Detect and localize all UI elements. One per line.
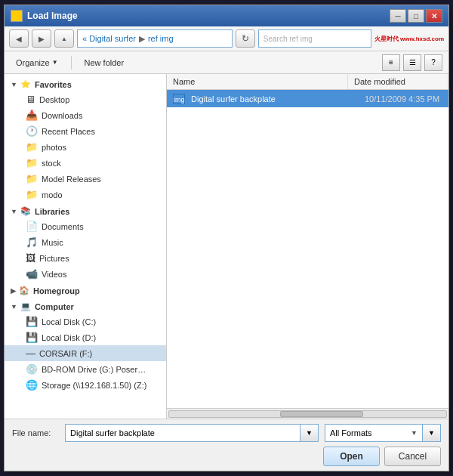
format-label: All Formats (330, 428, 372, 437)
toolbar-separator (71, 56, 72, 70)
libraries-label: Libraries (35, 207, 69, 216)
format-dropdown-button[interactable]: ▼ (423, 424, 441, 442)
recent-icon: 🕐 (26, 125, 38, 137)
format-control: All Formats ▼ ▼ (325, 424, 441, 442)
left-panel: ▼ ⭐ Favorites 🖥 Desktop 📥 Downloads 🕐 Re… (5, 74, 167, 419)
back-button[interactable]: ◀ (9, 29, 29, 48)
bottom-bar: File name: ▼ All Formats ▼ ▼ Open Cancel (5, 419, 448, 471)
sidebar-item-d-drive[interactable]: 💾 Local Disk (D:) (5, 329, 166, 345)
favorites-chevron: ▼ (11, 81, 17, 88)
cancel-button[interactable]: Cancel (384, 447, 441, 466)
new-folder-button[interactable]: New folder (79, 56, 130, 70)
horizontal-scrollbar[interactable] (167, 408, 448, 419)
address-path[interactable]: « Digital surfer ▶ ref img (77, 29, 233, 48)
homegroup-section: ▶ 🏠 Homegroup (5, 283, 166, 298)
sidebar-item-modo[interactable]: 📁 modo (5, 187, 166, 202)
search-placeholder: Search ref img (263, 35, 313, 43)
videos-icon: 📹 (26, 268, 38, 280)
favorites-label: Favorites (35, 80, 72, 89)
downloads-label: Downloads (42, 111, 82, 120)
sidebar-item-desktop[interactable]: 🖥 Desktop (5, 91, 166, 107)
computer-header[interactable]: ▼ 💻 Computer (5, 299, 166, 314)
computer-section: ▼ 💻 Computer 💾 Local Disk (C:) 💾 Local D… (5, 299, 166, 393)
new-folder-label: New folder (85, 58, 125, 67)
computer-chevron: ▼ (11, 303, 17, 311)
desktop-icon: 🖥 (26, 94, 35, 105)
filename-label: File name: (12, 428, 65, 437)
sidebar-item-documents[interactable]: 📄 Documents (5, 218, 166, 234)
sidebar-item-pictures[interactable]: 🖼 Pictures (5, 250, 166, 266)
sidebar-item-music[interactable]: 🎵 Music (5, 234, 166, 250)
sidebar-item-storage[interactable]: 🌐 Storage (\\192.168.1.50) (Z:) (5, 377, 166, 393)
filename-dropdown-button[interactable]: ▼ (300, 424, 319, 442)
libraries-chevron: ▼ (11, 208, 17, 215)
sidebar-item-corsair[interactable]: — CORSAIR (F:) (5, 345, 166, 361)
sidebar-item-model-releases[interactable]: 📁 Model Releases (5, 171, 166, 187)
c-drive-label: Local Disk (C:) (42, 317, 96, 326)
action-row: Open Cancel (12, 447, 441, 466)
stock-icon: 📁 (26, 157, 38, 168)
homegroup-icon: 🏠 (19, 286, 29, 295)
downloads-icon: 📥 (26, 110, 38, 121)
toolbar: Organize ▼ New folder ≡ ☰ ? (5, 51, 448, 74)
right-panel: Name Date modified img Digital surfer ba… (167, 74, 448, 419)
bdrom-icon: 💿 (26, 363, 38, 375)
refresh-button[interactable]: ↻ (236, 29, 255, 48)
libraries-section: ▼ 📚 Libraries 📄 Documents 🎵 Music 🖼 Pict… (5, 204, 166, 282)
videos-label: Videos (42, 270, 66, 279)
modo-label: modo (42, 190, 63, 199)
d-drive-icon: 💾 (26, 332, 38, 343)
recent-label: Recent Places (42, 127, 95, 136)
path-child: ref img (148, 34, 174, 43)
file-date: 10/11/2009 4:35 PM (365, 94, 442, 104)
music-label: Music (42, 238, 63, 247)
sidebar-item-bdrom[interactable]: 💿 BD-ROM Drive (G:) Poser Pro (5, 361, 166, 377)
search-box[interactable]: Search ref img (258, 29, 371, 48)
close-button[interactable]: ✕ (426, 9, 442, 23)
sidebar-item-videos[interactable]: 📹 Videos (5, 266, 166, 282)
maximize-button[interactable]: □ (408, 9, 424, 23)
filename-input[interactable] (65, 424, 300, 442)
computer-icon: 💻 (20, 301, 31, 311)
format-arrow: ▼ (411, 429, 418, 437)
corsair-label: CORSAIR (F:) (39, 349, 92, 358)
file-name: Digital surfer backplate (191, 94, 365, 104)
storage-icon: 🌐 (26, 379, 38, 391)
forward-button[interactable]: ▶ (32, 29, 51, 48)
homegroup-header[interactable]: ▶ 🏠 Homegroup (5, 283, 166, 298)
file-list-body: img Digital surfer backplate 10/11/2009 … (167, 90, 448, 408)
homegroup-chevron: ▶ (11, 287, 16, 295)
favorites-section: ▼ ⭐ Favorites 🖥 Desktop 📥 Downloads 🕐 Re… (5, 77, 166, 202)
format-dropdown[interactable]: All Formats ▼ (325, 424, 423, 442)
dialog-icon (11, 10, 23, 22)
sidebar-item-downloads[interactable]: 📥 Downloads (5, 107, 166, 123)
view-detail-button[interactable]: ☰ (403, 54, 421, 71)
corsair-icon: — (26, 348, 35, 359)
sidebar-item-recent[interactable]: 🕐 Recent Places (5, 123, 166, 139)
watermark: 火星时代 www.hxsd.com (374, 35, 444, 43)
column-header-name[interactable]: Name (167, 74, 348, 89)
libraries-icon: 📚 (20, 206, 31, 216)
open-button[interactable]: Open (323, 447, 380, 466)
model-releases-label: Model Releases (42, 175, 101, 184)
up-button[interactable]: ▲ (54, 29, 74, 48)
sidebar-item-photos[interactable]: 📁 photos (5, 139, 166, 155)
minimize-button[interactable]: ─ (390, 9, 406, 23)
organize-label: Organize (16, 58, 50, 67)
table-row[interactable]: img Digital surfer backplate 10/11/2009 … (167, 90, 448, 107)
documents-icon: 📄 (26, 221, 38, 232)
desktop-label: Desktop (39, 95, 69, 104)
view-list-button[interactable]: ≡ (382, 54, 400, 71)
column-header-date[interactable]: Date modified (348, 74, 448, 89)
sidebar-item-stock[interactable]: 📁 stock (5, 155, 166, 171)
storage-label: Storage (\\192.168.1.50) (Z:) (42, 381, 146, 390)
model-releases-icon: 📁 (26, 173, 38, 184)
view-extra-button[interactable]: ? (424, 54, 442, 71)
bdrom-label: BD-ROM Drive (G:) Poser Pro (42, 365, 147, 374)
favorites-header[interactable]: ▼ ⭐ Favorites (5, 77, 166, 91)
title-bar: Load Image ─ □ ✕ (5, 5, 448, 26)
libraries-header[interactable]: ▼ 📚 Libraries (5, 204, 166, 218)
pictures-label: Pictures (39, 254, 69, 263)
organize-button[interactable]: Organize ▼ (11, 56, 63, 70)
sidebar-item-c-drive[interactable]: 💾 Local Disk (C:) (5, 314, 166, 329)
